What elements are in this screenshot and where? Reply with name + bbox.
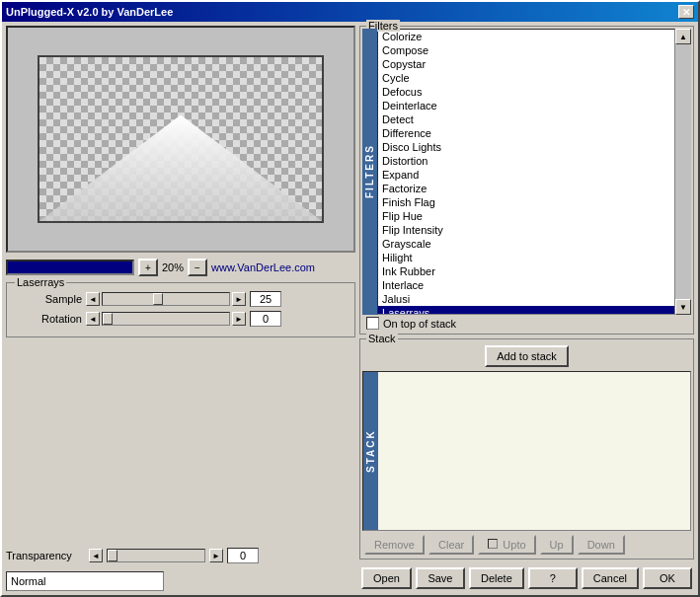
filter-item[interactable]: Finish Flag — [378, 195, 674, 209]
stack-list-area: STACK — [362, 371, 691, 531]
transparency-slider-track[interactable] — [107, 549, 205, 562]
transparency-left-arrow[interactable]: ◄ — [89, 549, 103, 562]
filter-item[interactable]: Colorize — [378, 30, 674, 43]
main-window: UnPlugged-X v2.0 by VanDerLee ✕ — [0, 0, 700, 597]
ok-button[interactable]: OK — [643, 567, 692, 589]
filter-item[interactable]: Defocus — [378, 85, 674, 99]
blend-mode-label: Normal — [11, 575, 45, 587]
rotation-slider-track[interactable] — [102, 312, 230, 326]
rotation-right-arrow[interactable]: ► — [232, 312, 246, 326]
upto-button[interactable]: Upto — [478, 535, 535, 555]
content-area: + 20% − www.VanDerLee.com Laserrays Samp… — [2, 22, 698, 595]
on-top-label: On top of stack — [383, 318, 456, 330]
sample-slider-track[interactable] — [102, 292, 230, 306]
sample-slider-thumb[interactable] — [153, 293, 163, 305]
close-button[interactable]: ✕ — [678, 5, 694, 19]
transparency-value[interactable]: 0 — [227, 548, 259, 563]
sample-value[interactable]: 25 — [250, 291, 281, 307]
left-spacer — [6, 341, 355, 540]
save-button[interactable]: Save — [416, 567, 465, 589]
progress-plus-button[interactable]: + — [138, 259, 158, 276]
sample-slider-container: ◄ ► — [86, 292, 246, 306]
sample-label: Sample — [13, 293, 82, 305]
rotation-control-row: Rotation ◄ ► 0 — [13, 311, 349, 327]
left-panel: + 20% − www.VanDerLee.com Laserrays Samp… — [6, 26, 355, 591]
remove-button[interactable]: Remove — [364, 535, 425, 555]
sample-left-arrow[interactable]: ◄ — [86, 292, 100, 306]
up-button[interactable]: Up — [540, 535, 574, 555]
stack-actions: Remove Clear Upto Up Down — [362, 531, 691, 557]
sample-control-row: Sample ◄ ► 25 — [13, 291, 349, 307]
website-link[interactable]: www.VanDerLee.com — [211, 261, 315, 273]
stack-vertical-label: STACK — [363, 372, 378, 530]
filter-item[interactable]: Grayscale — [378, 237, 674, 251]
rotation-value[interactable]: 0 — [250, 311, 281, 327]
cancel-button[interactable]: Cancel — [582, 567, 639, 589]
svg-marker-0 — [39, 115, 322, 221]
filters-list-container: FILTERS Colorize Compose Copystar Cycle … — [362, 29, 691, 315]
transparency-slider-thumb[interactable] — [108, 550, 117, 561]
filter-item-laserrays[interactable]: Laserrays — [378, 306, 674, 315]
right-panel: Filters FILTERS Colorize Compose Copysta… — [359, 26, 694, 591]
transparency-label: Transparency — [6, 550, 85, 561]
progress-minus-button[interactable]: − — [188, 259, 207, 276]
filter-item[interactable]: Ink Rubber — [378, 264, 674, 278]
window-title: UnPlugged-X v2.0 by VanDerLee — [6, 6, 173, 18]
stack-panel-label: Stack — [366, 333, 398, 344]
checkerboard-preview — [38, 55, 324, 223]
filter-item[interactable]: Cycle — [378, 71, 674, 85]
add-to-stack-button[interactable]: Add to stack — [485, 345, 569, 367]
progress-bar-container — [6, 260, 134, 275]
filter-item[interactable]: Factorize — [378, 182, 674, 195]
stack-panel: Stack Add to stack STACK Remove Clear Up… — [359, 338, 694, 560]
filters-list: Colorize Compose Copystar Cycle Defocus … — [377, 29, 675, 315]
filter-item[interactable]: Difference — [378, 126, 674, 140]
filters-panel: Filters FILTERS Colorize Compose Copysta… — [359, 26, 694, 335]
rotation-slider-thumb[interactable] — [103, 313, 113, 325]
scroll-track[interactable] — [675, 44, 691, 299]
transparency-row: Transparency ◄ ► 0 — [6, 548, 355, 563]
clear-button[interactable]: Clear — [428, 535, 474, 555]
stack-list-content — [378, 372, 690, 530]
filter-group: Laserrays Sample ◄ ► 25 Rota — [6, 282, 355, 337]
rotation-label: Rotation — [13, 313, 82, 325]
blend-mode-row: Normal — [6, 571, 355, 591]
filter-item[interactable]: Deinterlace — [378, 99, 674, 112]
filters-vertical-label: FILTERS — [362, 29, 377, 315]
progress-bar-fill — [8, 261, 132, 273]
open-button[interactable]: Open — [361, 567, 412, 589]
down-button[interactable]: Down — [578, 535, 625, 555]
on-top-row: On top of stack — [362, 315, 691, 332]
filter-item[interactable]: Flip Hue — [378, 209, 674, 223]
rotation-slider-container: ◄ ► — [86, 312, 246, 326]
preview-area — [6, 26, 355, 253]
bottom-actions: Open Save Delete ? Cancel OK — [359, 563, 694, 591]
title-bar: UnPlugged-X v2.0 by VanDerLee ✕ — [2, 2, 698, 22]
triangle-overlay — [39, 57, 322, 221]
filter-item[interactable]: Compose — [378, 43, 674, 57]
blend-mode-display: Normal — [6, 571, 164, 591]
filter-item[interactable]: Expand — [378, 168, 674, 182]
filter-item[interactable]: Jalusi — [378, 292, 674, 306]
filter-item[interactable]: Flip Intensity — [378, 223, 674, 237]
filter-item[interactable]: Interlace — [378, 278, 674, 292]
percent-display: 20% — [162, 261, 184, 273]
delete-button[interactable]: Delete — [469, 567, 524, 589]
filter-item[interactable]: Detect — [378, 112, 674, 126]
progress-row: + 20% − www.VanDerLee.com — [6, 257, 355, 278]
filter-item[interactable]: Disco Lights — [378, 140, 674, 154]
sample-right-arrow[interactable]: ► — [232, 292, 246, 306]
transparency-right-arrow[interactable]: ► — [209, 549, 223, 562]
filters-scrollbar: ▲ ▼ — [675, 29, 691, 315]
on-top-checkbox[interactable] — [366, 317, 379, 330]
filter-item[interactable]: Distortion — [378, 154, 674, 168]
filter-item[interactable]: Hilight — [378, 251, 674, 264]
upto-checkbox — [488, 539, 498, 549]
scroll-up-button[interactable]: ▲ — [675, 29, 691, 44]
rotation-left-arrow[interactable]: ◄ — [86, 312, 100, 326]
filter-item[interactable]: Copystar — [378, 57, 674, 71]
filter-group-label: Laserrays — [15, 276, 66, 288]
scroll-down-button[interactable]: ▼ — [675, 299, 691, 315]
question-button[interactable]: ? — [528, 567, 578, 589]
